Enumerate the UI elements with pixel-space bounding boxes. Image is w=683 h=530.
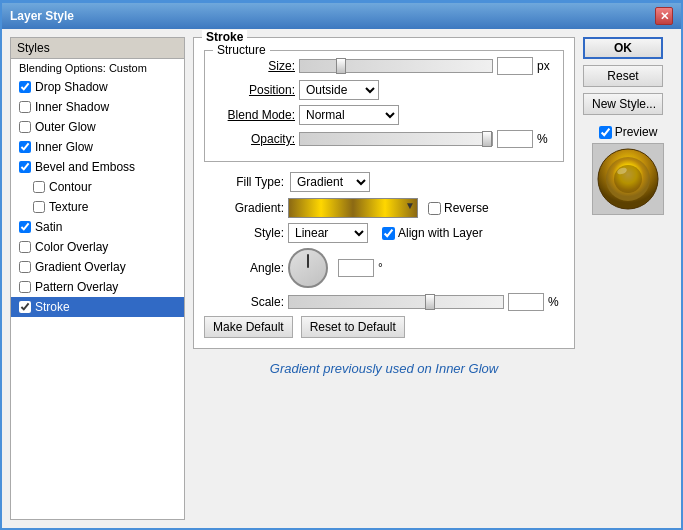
texture-checkbox[interactable] xyxy=(33,201,45,213)
color-overlay-label: Color Overlay xyxy=(35,240,108,254)
reverse-label: Reverse xyxy=(444,201,489,215)
gradient-overlay-checkbox[interactable] xyxy=(19,261,31,273)
position-label: Position: xyxy=(215,83,295,97)
sidebar-item-inner-shadow[interactable]: Inner Shadow xyxy=(11,97,184,117)
preview-checkbox[interactable] xyxy=(599,126,612,139)
satin-checkbox[interactable] xyxy=(19,221,31,233)
scale-row: Scale: 100 % xyxy=(204,293,564,311)
angle-dial[interactable] xyxy=(288,248,328,288)
opacity-unit: % xyxy=(537,132,553,146)
reverse-checkbox[interactable] xyxy=(428,202,441,215)
inner-glow-label: Inner Glow xyxy=(35,140,93,154)
sidebar-item-contour[interactable]: Contour xyxy=(11,177,184,197)
preview-svg xyxy=(596,147,660,211)
main-content: Styles Blending Options: Custom Drop Sha… xyxy=(2,29,681,528)
satin-label: Satin xyxy=(35,220,62,234)
info-text: Gradient previously used on Inner Glow xyxy=(193,361,575,376)
blending-label: Blending Options: Custom xyxy=(19,62,147,74)
inner-shadow-label: Inner Shadow xyxy=(35,100,109,114)
sidebar-item-satin[interactable]: Satin xyxy=(11,217,184,237)
sidebar-item-bevel-emboss[interactable]: Bevel and Emboss xyxy=(11,157,184,177)
structure-title: Structure xyxy=(213,43,270,57)
preview-section: Preview xyxy=(583,125,673,215)
opacity-row: Opacity: 100 % xyxy=(215,130,553,148)
pattern-overlay-label: Pattern Overlay xyxy=(35,280,118,294)
blend-mode-label: Blend Mode: xyxy=(215,108,295,122)
outer-glow-checkbox[interactable] xyxy=(19,121,31,133)
drop-shadow-label: Drop Shadow xyxy=(35,80,108,94)
sidebar-item-drop-shadow[interactable]: Drop Shadow xyxy=(11,77,184,97)
style-dropdown[interactable]: Linear Radial Angle xyxy=(288,223,368,243)
position-dropdown[interactable]: Outside Inside Center xyxy=(299,80,379,100)
texture-label: Texture xyxy=(49,200,88,214)
style-label: Style: xyxy=(204,226,284,240)
bevel-emboss-label: Bevel and Emboss xyxy=(35,160,135,174)
preview-checkbox-row: Preview xyxy=(599,125,658,139)
scale-slider-container: 100 % xyxy=(288,293,564,311)
angle-label: Angle: xyxy=(204,261,284,275)
blend-mode-dropdown[interactable]: Normal Multiply Screen xyxy=(299,105,399,125)
preview-label: Preview xyxy=(615,125,658,139)
sidebar-item-texture[interactable]: Texture xyxy=(11,197,184,217)
sidebar-item-color-overlay[interactable]: Color Overlay xyxy=(11,237,184,257)
scale-input[interactable]: 100 xyxy=(508,293,544,311)
gradient-row: Gradient: Reverse xyxy=(204,198,564,218)
opacity-slider[interactable] xyxy=(299,132,493,146)
size-unit: px xyxy=(537,59,553,73)
preview-box xyxy=(592,143,664,215)
window-title: Layer Style xyxy=(10,9,74,23)
left-panel: Styles Blending Options: Custom Drop Sha… xyxy=(10,37,185,520)
size-slider[interactable] xyxy=(299,59,493,73)
ok-button[interactable]: OK xyxy=(583,37,663,59)
svg-point-2 xyxy=(614,165,642,193)
make-default-button[interactable]: Make Default xyxy=(204,316,293,338)
sidebar-item-blending[interactable]: Blending Options: Custom xyxy=(11,59,184,77)
content-area: Stroke Structure Size: 4 px xyxy=(193,37,575,520)
gradient-label: Gradient: xyxy=(204,201,284,215)
align-layer-label: Align with Layer xyxy=(398,226,483,240)
styles-header: Styles xyxy=(11,38,184,59)
pattern-overlay-checkbox[interactable] xyxy=(19,281,31,293)
contour-checkbox[interactable] xyxy=(33,181,45,193)
color-overlay-checkbox[interactable] xyxy=(19,241,31,253)
blend-mode-row: Blend Mode: Normal Multiply Screen xyxy=(215,105,553,125)
scale-unit: % xyxy=(548,295,564,309)
layer-style-window: Layer Style ✕ Styles Blending Options: C… xyxy=(0,0,683,530)
scale-slider[interactable] xyxy=(288,295,504,309)
close-button[interactable]: ✕ xyxy=(655,7,673,25)
reset-to-default-button[interactable]: Reset to Default xyxy=(301,316,405,338)
sidebar-item-pattern-overlay[interactable]: Pattern Overlay xyxy=(11,277,184,297)
stroke-group-title: Stroke xyxy=(202,30,247,44)
sidebar-item-gradient-overlay[interactable]: Gradient Overlay xyxy=(11,257,184,277)
inner-glow-checkbox[interactable] xyxy=(19,141,31,153)
stroke-group: Stroke Structure Size: 4 px xyxy=(193,37,575,349)
scale-label: Scale: xyxy=(204,295,284,309)
sidebar-item-stroke[interactable]: Stroke xyxy=(11,297,184,317)
opacity-slider-container: 100 % xyxy=(299,130,553,148)
buttons-column: OK Reset New Style... Preview xyxy=(583,37,673,520)
new-style-button[interactable]: New Style... xyxy=(583,93,663,115)
angle-input[interactable]: 90 xyxy=(338,259,374,277)
sidebar-item-outer-glow[interactable]: Outer Glow xyxy=(11,117,184,137)
stroke-checkbox[interactable] xyxy=(19,301,31,313)
stroke-label: Stroke xyxy=(35,300,70,314)
gradient-bar[interactable] xyxy=(288,198,418,218)
opacity-input[interactable]: 100 xyxy=(497,130,533,148)
style-row: Style: Linear Radial Angle Align with La… xyxy=(204,223,564,243)
angle-unit: ° xyxy=(378,261,394,275)
structure-group: Structure Size: 4 px Position: xyxy=(204,50,564,162)
opacity-label: Opacity: xyxy=(215,132,295,146)
drop-shadow-checkbox[interactable] xyxy=(19,81,31,93)
inner-shadow-checkbox[interactable] xyxy=(19,101,31,113)
reset-button[interactable]: Reset xyxy=(583,65,663,87)
bevel-emboss-checkbox[interactable] xyxy=(19,161,31,173)
size-label: Size: xyxy=(215,59,295,73)
sidebar-item-inner-glow[interactable]: Inner Glow xyxy=(11,137,184,157)
size-slider-container: 4 px xyxy=(299,57,553,75)
fill-type-label: Fill Type: xyxy=(204,175,284,189)
fill-type-dropdown[interactable]: Color Gradient Pattern xyxy=(290,172,370,192)
align-layer-checkbox[interactable] xyxy=(382,227,395,240)
outer-glow-label: Outer Glow xyxy=(35,120,96,134)
title-bar: Layer Style ✕ xyxy=(2,3,681,29)
size-input[interactable]: 4 xyxy=(497,57,533,75)
